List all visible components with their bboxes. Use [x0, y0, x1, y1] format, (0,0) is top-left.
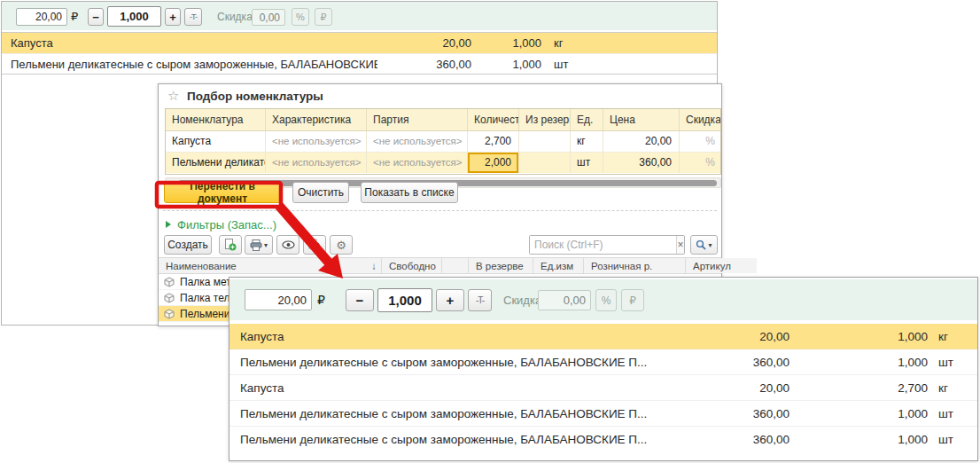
cell-reserve: [519, 131, 571, 152]
clear-button[interactable]: Очистить: [292, 182, 349, 203]
transfer-to-document-button[interactable]: Перенести в документ: [164, 182, 281, 203]
col-header[interactable]: Из резерва: [519, 109, 571, 130]
item-price: 20,00: [688, 330, 789, 343]
price-input[interactable]: [16, 8, 67, 26]
print-button[interactable]: ▾: [245, 235, 273, 255]
item-unit: шт: [928, 407, 977, 420]
item-price: 20,00: [377, 36, 475, 50]
item-unit: шт: [928, 433, 977, 446]
price-input[interactable]: [245, 289, 312, 310]
increase-qty-button[interactable]: +: [436, 289, 464, 311]
qty-cursor-button[interactable]: -T-: [184, 8, 202, 26]
cell-discount: %: [680, 131, 721, 152]
col-header[interactable]: Скидка ру: [680, 109, 721, 130]
magnifier-icon: [696, 239, 706, 250]
cell-name: Капуста: [166, 131, 266, 152]
col-header-label: Наименование: [166, 258, 237, 273]
item-unit: шт: [928, 356, 977, 369]
qty-cursor-button[interactable]: -T-: [468, 289, 492, 311]
item-unit: кг: [545, 36, 717, 50]
selection-table-row[interactable]: Капуста <не используется> <не использует…: [166, 131, 720, 153]
result-row[interactable]: Пельмени деликатесные с сыром замороженн…: [229, 401, 977, 427]
item-name: Капуста: [229, 330, 688, 343]
item-unit: шт: [545, 58, 717, 71]
cell-batch: <не используется>: [367, 153, 468, 173]
item-qty: 1,000: [475, 58, 545, 71]
result-row[interactable]: Капуста 20,00 1,000 кг: [229, 324, 977, 349]
discount-label: Скидка: [503, 294, 541, 307]
item-qty: 1,000: [789, 330, 928, 343]
create-button[interactable]: Создать: [164, 235, 212, 255]
col-header-article[interactable]: Артикул: [686, 258, 757, 273]
item-price: 360,00: [688, 407, 789, 420]
decrease-qty-button[interactable]: −: [88, 8, 104, 26]
find-button[interactable]: [303, 235, 326, 255]
caret-down-icon: ▾: [708, 241, 712, 249]
item-qty: 1,000: [789, 356, 928, 369]
col-header[interactable]: Партия: [367, 109, 468, 130]
col-header-reserved[interactable]: В резерве: [469, 258, 533, 273]
selection-table-row-selected[interactable]: Пельмени деликатесн... <не используется>…: [166, 153, 720, 173]
cell-price: 360,00: [603, 153, 680, 173]
item-price: 360,00: [377, 58, 475, 71]
document-row[interactable]: Капуста 20,00 1,000 кг: [2, 33, 717, 53]
cell-discount: %: [680, 153, 721, 173]
col-header-name[interactable]: Наименование ↓: [159, 258, 382, 273]
col-header[interactable]: Характеристика: [266, 109, 367, 130]
cell-characteristic: <не используется>: [266, 153, 367, 173]
view-button[interactable]: [276, 235, 299, 255]
discount-percent-button: %: [595, 289, 617, 311]
search-input[interactable]: [530, 236, 676, 254]
separator: [163, 210, 717, 211]
increase-qty-button[interactable]: +: [165, 8, 181, 26]
printer-icon: [250, 239, 262, 251]
quantity-input[interactable]: [107, 6, 161, 27]
result-rows: Капуста 20,00 1,000 кг Пельмени деликате…: [229, 324, 977, 452]
stock-list-header: Наименование ↓ Свободно В резерве Ед.изм…: [159, 257, 721, 274]
create-group-button[interactable]: [219, 235, 242, 255]
decrease-qty-button[interactable]: −: [346, 289, 374, 311]
text-cursor-icon: -T-: [190, 13, 197, 21]
item-name: Капуста: [2, 36, 377, 50]
document-rows: Капуста 20,00 1,000 кг Пельмени деликате…: [2, 32, 717, 75]
caret-down-icon: ▾: [264, 241, 268, 249]
result-row[interactable]: Пельмени деликатесные с сыром замороженн…: [229, 427, 977, 452]
result-row[interactable]: Капуста 20,00 2,700 кг: [229, 375, 977, 401]
col-header-retail[interactable]: Розничная р.: [584, 258, 686, 273]
col-header[interactable]: Номенклатура: [166, 109, 266, 130]
selection-table: Номенклатура Характеристика Партия Колич…: [165, 108, 721, 175]
filters-link[interactable]: Фильтры (Запас...): [166, 216, 276, 232]
show-in-list-button[interactable]: Показать в списке: [361, 182, 458, 203]
filters-link-label: Фильтры (Запас...): [177, 218, 276, 232]
screenshot-canvas: ₽ − + -T- Скидка % ₽ Капуста 20,00 1,000…: [0, 0, 980, 463]
chevron-right-icon: [166, 221, 171, 228]
discount-percent-button: %: [292, 8, 309, 26]
col-header[interactable]: Цена: [603, 109, 680, 130]
item-unit: кг: [928, 381, 977, 395]
col-header-spacer: [442, 258, 469, 273]
settings-button[interactable]: ⚙: [330, 235, 353, 255]
cell-qty-focused[interactable]: 2,000: [468, 153, 519, 173]
search-options-button[interactable]: ▾: [690, 235, 718, 255]
result-row[interactable]: Пельмени деликатесные с сыром замороженн…: [229, 349, 977, 375]
col-header[interactable]: Ед.: [571, 109, 603, 130]
col-header[interactable]: Количество: [468, 109, 519, 130]
favorite-star-icon[interactable]: ☆: [167, 88, 179, 104]
discount-input: [538, 290, 591, 310]
text-cursor-icon: -T-: [476, 296, 484, 305]
item-qty: 1,000: [475, 36, 545, 50]
cell-name: Пельмени деликатесн...: [166, 153, 266, 173]
item-qty: 2,700: [789, 381, 928, 395]
document-row[interactable]: Пельмени деликатесные с сыром замороженн…: [2, 53, 717, 74]
col-header-free[interactable]: Свободно: [382, 258, 442, 273]
col-header-unit[interactable]: Ед.изм: [533, 258, 584, 273]
item-cube-icon: [164, 293, 175, 303]
price-qty-toolbar: ₽ − + -T- Скидка % ₽: [2, 2, 717, 30]
search-box: ×: [529, 235, 685, 255]
cell-reserve: [519, 153, 571, 173]
clear-search-icon[interactable]: ×: [676, 236, 684, 254]
item-unit: кг: [928, 330, 977, 343]
price-qty-toolbar: ₽ − + -T- Скидка % ₽: [229, 279, 977, 320]
sort-desc-icon: ↓: [371, 258, 381, 273]
quantity-input[interactable]: [377, 288, 432, 312]
